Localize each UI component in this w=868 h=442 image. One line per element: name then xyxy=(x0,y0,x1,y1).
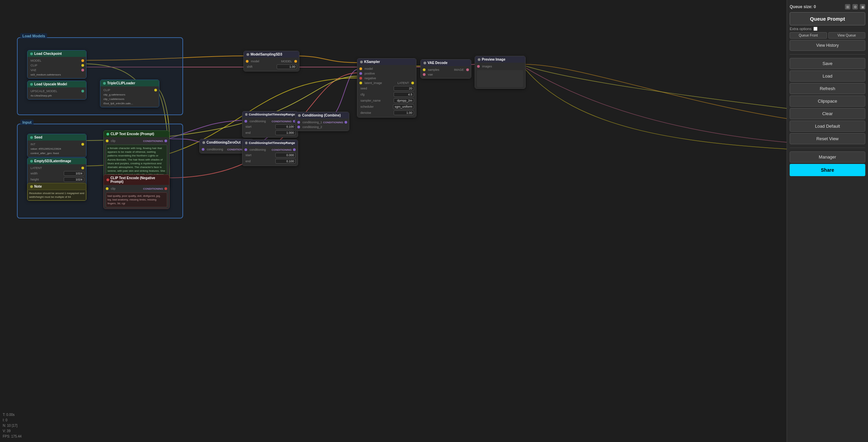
k-latent-out-port[interactable] xyxy=(411,82,414,84)
k-scheduler[interactable]: sgm_uniform xyxy=(393,104,414,109)
cond-ts2-dot xyxy=(245,142,248,144)
latent-out-port[interactable] xyxy=(81,167,84,169)
negative-prompt-text[interactable]: bad quality, poor quality, doll, disfigu… xyxy=(106,192,167,207)
clip-out-port[interactable] xyxy=(154,89,157,91)
node-row-model: MODEL xyxy=(29,58,84,63)
cond-comb-1-row: conditioning_1 CONDITIONING xyxy=(297,120,347,125)
node-row-clip: CLIP xyxy=(29,63,84,68)
sidebar-queue-header: Queue size: 0 ⊞ ⚙ ▣ xyxy=(790,3,865,11)
cond-timestep-2-node[interactable]: ConditioningSetTimestepRange conditionin… xyxy=(242,140,298,166)
ksampler-pos-row: positive xyxy=(359,71,414,76)
upscale-model-port[interactable] xyxy=(81,90,84,92)
model-output-port[interactable] xyxy=(81,59,84,62)
vae-decode-header: VAE Decode xyxy=(421,60,471,66)
cond-zero-title: ConditioningZeroOut xyxy=(206,141,241,144)
cond-ts2-start[interactable]: 0.000 xyxy=(275,153,296,157)
vae-output-port[interactable] xyxy=(81,69,84,71)
cond-combine-node[interactable]: Conditioning (Combine) conditioning_1 CO… xyxy=(295,112,349,131)
queue-prompt-button[interactable]: Queue Prompt xyxy=(790,12,865,25)
k-latent-port[interactable] xyxy=(359,82,362,84)
k-denoise[interactable]: 1.00 xyxy=(394,110,414,115)
note-node[interactable]: Note Resolution should be around 1 megap… xyxy=(27,183,86,201)
extra-options-row: Extra options xyxy=(790,27,865,31)
node-canvas[interactable]: Load Models Input Load Checkpoint MODEL … xyxy=(0,0,787,442)
k-neg-port[interactable] xyxy=(359,77,362,80)
k-model-port[interactable] xyxy=(359,67,362,70)
model-sampling-node[interactable]: ModelSamplingSD3 model MODEL shift 1.00 xyxy=(243,51,299,71)
preview-images-port[interactable] xyxy=(477,65,480,68)
reset-view-button[interactable]: Reset View xyxy=(790,133,865,144)
extra-options-checkbox[interactable] xyxy=(813,27,817,31)
clear-button[interactable]: Clear xyxy=(790,108,865,119)
seed-int-port[interactable] xyxy=(81,143,84,146)
share-button[interactable]: Share xyxy=(790,164,865,176)
k-steps[interactable]: 20 xyxy=(394,86,414,91)
clip-text-negative-node[interactable]: CLIP Text Encode (Negative Prompt) clip … xyxy=(103,174,170,209)
k-sampler-name[interactable]: dpmpp_2m xyxy=(394,98,414,103)
load-upscale-title: Load Upscale Model xyxy=(34,82,67,86)
k-cfg[interactable]: 4.5 xyxy=(394,92,414,97)
manager-button[interactable]: Manager xyxy=(790,151,865,163)
load-upscale-node[interactable]: Load Upscale Model UPSCALE_MODEL 4x-Ultr… xyxy=(27,81,86,100)
view-history-button[interactable]: View History xyxy=(790,40,865,51)
ksampler-node[interactable]: KSampler model positive negative latent_… xyxy=(357,58,416,118)
vae-decode-node[interactable]: VAE Decode samples IMAGE vae xyxy=(420,59,471,79)
cond-ts1-end[interactable]: 1.000 xyxy=(275,130,296,135)
cond-zero-in-port[interactable] xyxy=(202,148,204,151)
clip-pos-cond-port[interactable] xyxy=(164,140,167,142)
view-queue-button[interactable]: View Queue xyxy=(828,32,866,39)
ksampler-header: KSampler xyxy=(357,59,416,65)
clip-neg-cond-port[interactable] xyxy=(164,187,167,190)
cond-ts2-end[interactable]: 0.100 xyxy=(275,159,296,164)
upscale-value-row: 4x-UltraSharp.pth xyxy=(29,93,84,98)
settings-icon[interactable]: ⚙ xyxy=(852,4,858,9)
load-checkpoint-node[interactable]: Load Checkpoint MODEL CLIP VAE sd3_mediu… xyxy=(27,50,86,79)
cond-ts2-in-port[interactable] xyxy=(244,148,247,151)
terminal-icon[interactable]: ▣ xyxy=(860,4,865,9)
cond-ts1-start[interactable]: 0.100 xyxy=(275,124,296,129)
vae-decode-body: samples IMAGE vae xyxy=(421,66,471,78)
queue-front-button[interactable]: Queue Front xyxy=(790,32,827,39)
grid-icon[interactable]: ⊞ xyxy=(845,4,850,9)
shift-value[interactable]: 1.00 xyxy=(277,64,297,69)
node-dot xyxy=(103,82,106,85)
vae-vae-port[interactable] xyxy=(423,73,426,76)
status-v: V: 39 xyxy=(3,428,22,434)
model-sampling-header: ModelSamplingSD3 xyxy=(244,51,299,58)
load-default-button[interactable]: Load Default xyxy=(790,121,865,132)
refresh-button[interactable]: Refresh xyxy=(790,83,865,94)
clip-output-port[interactable] xyxy=(81,64,84,67)
clipspace-button[interactable]: Clipspace xyxy=(790,96,865,107)
cond-timestep-1-node[interactable]: ConditioningSetTimestepRange conditionin… xyxy=(242,111,298,138)
height-value[interactable]: 1024 xyxy=(64,177,84,182)
cond-comb-out-port[interactable] xyxy=(344,121,347,124)
cond-ts2-out-port[interactable] xyxy=(293,148,296,151)
preview-image-node[interactable]: Preview Image images xyxy=(475,56,526,89)
save-button[interactable]: Save xyxy=(790,58,865,69)
triple-clip-header: TripleCLIPLoader xyxy=(100,80,159,86)
cond-comb-2-port[interactable] xyxy=(297,126,300,128)
sidebar-icons: ⊞ ⚙ ▣ xyxy=(845,4,865,9)
queue-view-row: Queue Front View Queue xyxy=(790,32,865,39)
model-in-port[interactable] xyxy=(246,60,249,63)
model-out-port[interactable] xyxy=(294,60,297,63)
vae-samples-row: samples IMAGE xyxy=(423,67,469,72)
cond-comb-1-port[interactable] xyxy=(297,121,300,124)
clip-neg-clip-port[interactable] xyxy=(106,187,108,190)
seed-node[interactable]: Seed INT value: 455128524123924 control_… xyxy=(27,134,86,157)
ksampler-cfg-row: cfg 4.5 xyxy=(359,91,414,98)
vae-samples-port[interactable] xyxy=(423,68,426,71)
cond-ts1-in-port[interactable] xyxy=(244,120,247,123)
vae-image-out-port[interactable] xyxy=(466,68,469,71)
clip-output-row: CLIP xyxy=(102,88,157,92)
note-header: Note xyxy=(27,183,86,190)
triple-clip-node[interactable]: TripleCLIPLoader CLIP clip_g.safetensors… xyxy=(100,80,159,107)
seed-title: Seed xyxy=(34,135,42,139)
k-pos-port[interactable] xyxy=(359,72,362,75)
load-button[interactable]: Load xyxy=(790,70,865,82)
clip-pos-clip-port[interactable] xyxy=(106,140,108,142)
ksampler-denoise-row: denoise 1.00 xyxy=(359,110,414,116)
cond-combine-header: Conditioning (Combine) xyxy=(295,112,349,119)
width-value[interactable]: 1024 xyxy=(64,171,84,176)
cond-ts1-in-row: conditioning CONDITIONING xyxy=(244,119,296,124)
